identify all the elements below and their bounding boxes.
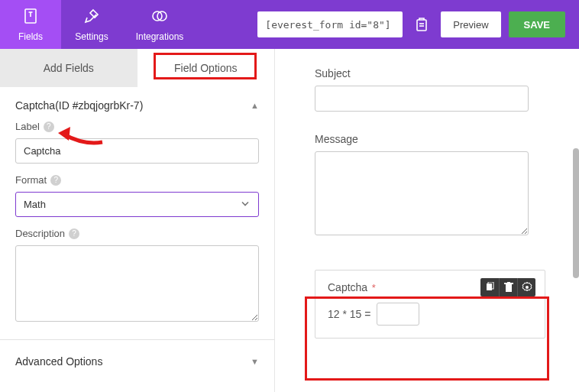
tab-add-fields[interactable]: Add Fields bbox=[0, 49, 137, 87]
nav-settings[interactable]: Settings bbox=[61, 0, 122, 49]
message-field[interactable]: Message bbox=[315, 133, 548, 238]
sidebar-tabs: Add Fields Field Options bbox=[0, 49, 274, 87]
svg-rect-10 bbox=[506, 284, 512, 292]
settings-icon[interactable] bbox=[517, 278, 535, 296]
tools-icon bbox=[82, 7, 101, 28]
nav-fields-label: Fields bbox=[18, 31, 43, 42]
chevron-down-icon: ▼ bbox=[251, 357, 259, 366]
svg-rect-11 bbox=[504, 283, 513, 284]
fields-icon bbox=[21, 7, 40, 28]
message-label: Message bbox=[315, 133, 548, 145]
nav-settings-label: Settings bbox=[75, 31, 108, 42]
panel-header[interactable]: Captcha(ID #zbqjogrbKr-7) ▲ bbox=[0, 87, 274, 121]
help-icon[interactable]: ? bbox=[50, 175, 61, 186]
field-actions bbox=[480, 278, 535, 296]
svg-rect-12 bbox=[507, 282, 510, 283]
label-input[interactable] bbox=[15, 138, 259, 164]
captcha-field[interactable]: Captcha * 12 * 15 = bbox=[315, 270, 545, 339]
subject-field[interactable]: Subject bbox=[315, 67, 548, 112]
collapse-icon: ▲ bbox=[251, 101, 259, 110]
help-icon[interactable]: ? bbox=[69, 228, 79, 239]
help-icon[interactable]: ? bbox=[44, 121, 54, 132]
sidebar: Add Fields Field Options Captcha(ID #zbq… bbox=[0, 49, 275, 392]
form-canvas: Subject Message Captcha * bbox=[275, 49, 579, 392]
message-textarea[interactable] bbox=[315, 151, 529, 235]
captcha-question: 12 * 15 = bbox=[328, 308, 370, 320]
subject-label: Subject bbox=[315, 67, 548, 79]
duplicate-icon[interactable] bbox=[480, 278, 499, 296]
advanced-options-label: Advanced Options bbox=[15, 355, 102, 368]
subject-input[interactable] bbox=[315, 86, 529, 112]
top-toolbar: Fields Settings Integrations bbox=[0, 0, 579, 49]
svg-point-13 bbox=[526, 286, 529, 289]
save-button[interactable]: SAVE bbox=[509, 11, 565, 37]
label-field-label: Label bbox=[15, 121, 40, 132]
nav-integrations-label: Integrations bbox=[136, 31, 184, 42]
format-select[interactable] bbox=[15, 192, 259, 217]
required-star: * bbox=[372, 282, 376, 293]
captcha-answer-input[interactable] bbox=[377, 303, 419, 326]
advanced-options-toggle[interactable]: Advanced Options ▼ bbox=[0, 340, 274, 375]
shortcode-input[interactable] bbox=[257, 11, 403, 37]
svg-rect-5 bbox=[417, 20, 426, 31]
integrations-icon bbox=[150, 7, 170, 28]
delete-icon[interactable] bbox=[499, 278, 517, 296]
panel-title: Captcha(ID #zbqjogrbKr-7) bbox=[15, 99, 143, 112]
tab-field-options[interactable]: Field Options bbox=[137, 49, 275, 87]
scrollbar-thumb[interactable] bbox=[573, 148, 579, 278]
format-field-label: Format bbox=[15, 174, 47, 186]
nav-fields[interactable]: Fields bbox=[0, 0, 61, 49]
captcha-label: Captcha bbox=[328, 281, 367, 293]
preview-button[interactable]: Preview bbox=[441, 11, 500, 37]
description-field-label: Description bbox=[15, 228, 65, 239]
svg-rect-8 bbox=[487, 283, 492, 290]
description-textarea[interactable] bbox=[15, 245, 259, 322]
top-nav: Fields Settings Integrations bbox=[0, 0, 197, 49]
nav-integrations[interactable]: Integrations bbox=[122, 0, 197, 49]
copy-shortcode-button[interactable] bbox=[410, 13, 433, 36]
